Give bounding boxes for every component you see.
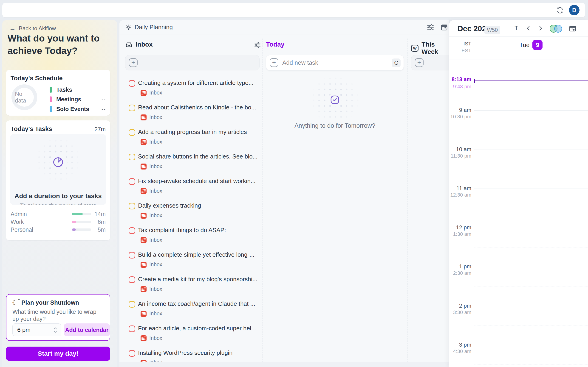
inbox-column-title: Inbox (136, 41, 153, 48)
horizontal-scroll-track[interactable] (120, 362, 449, 367)
hour-line (474, 345, 588, 345)
task-checkbox[interactable] (129, 203, 135, 209)
task-checkbox[interactable] (129, 325, 135, 332)
calendar-layers-icon[interactable] (550, 25, 565, 33)
week-add-task[interactable]: + (411, 55, 449, 70)
stat-bar-track (72, 221, 91, 223)
day-header[interactable]: Tue 9 (474, 40, 588, 50)
task-checkbox[interactable] (129, 301, 135, 308)
task-title: Daily expenses tracking (138, 202, 201, 209)
task-row[interactable]: Creating a system for different article … (125, 78, 259, 102)
task-source-label: Inbox (149, 237, 162, 243)
todoist-icon (141, 115, 147, 120)
start-my-day-button[interactable]: Start my day! (6, 347, 110, 361)
hour-row[interactable]: 12 pm 1:30 am (449, 228, 588, 267)
legend-label: Solo Events (56, 106, 89, 112)
task-source: Inbox (141, 237, 162, 243)
planner-filter-icon[interactable] (426, 23, 434, 31)
w-key-icon: w (411, 45, 418, 52)
today-shortcut-button[interactable]: T (515, 25, 519, 32)
task-row[interactable]: Daily expenses tracking Inbox (125, 201, 259, 225)
stat-row: Work 6m (10, 218, 106, 226)
task-row[interactable]: Create a media kit for my blog's sponsor… (125, 274, 259, 299)
task-checkbox[interactable] (129, 276, 135, 283)
hour-label-secondary: 3:30 am (449, 309, 471, 315)
task-checkbox[interactable] (129, 105, 135, 111)
hour-line (474, 189, 588, 189)
avatar[interactable]: D (569, 5, 579, 15)
hour-row[interactable]: 10 am 11:30 pm (449, 150, 588, 189)
half-hour-line (474, 365, 588, 365)
task-source: Inbox (141, 335, 162, 341)
task-row[interactable]: An income tax coach/agent in Claude that… (125, 299, 259, 323)
task-row[interactable]: Build a complete simple yet effective lo… (125, 250, 259, 274)
back-link[interactable]: ← Back to Akiflow (9, 25, 56, 32)
todoist-icon (141, 262, 147, 268)
task-row[interactable]: Tax complaint things to do ASAP: Inbox (125, 225, 259, 250)
stat-label: Personal (10, 226, 33, 233)
task-title: For each article, a custom-coded super h… (138, 325, 256, 332)
add-icon: + (415, 58, 424, 67)
hour-row[interactable]: 9 am 10:30 pm (449, 110, 588, 150)
chevron-right-icon[interactable] (537, 25, 544, 32)
shutdown-question: What time would you like to wrap up your… (12, 308, 104, 323)
sync-icon[interactable] (556, 6, 564, 14)
planner-calendar-icon[interactable] (440, 23, 448, 31)
add-to-calendar-button[interactable]: Add to calendar (64, 323, 110, 336)
task-title: Read about Calisthenics on Kindle - the … (138, 104, 256, 111)
task-row[interactable]: Read about Calisthenics on Kindle - the … (125, 102, 259, 127)
task-checkbox[interactable] (129, 154, 135, 160)
task-row[interactable]: Social share buttons in the articles. Se… (125, 152, 259, 176)
task-source-label: Inbox (149, 212, 162, 219)
half-hour-line (474, 286, 588, 286)
hour-row[interactable]: 1 pm 2:30 am (449, 267, 588, 306)
add-icon: + (129, 58, 138, 67)
inbox-filter-icon[interactable] (254, 41, 261, 49)
task-checkbox[interactable] (129, 80, 135, 87)
todoist-icon (141, 164, 147, 169)
hour-label-primary: 2 pm (449, 302, 471, 309)
task-row[interactable]: For each article, a custom-coded super h… (125, 323, 259, 348)
task-source-label: Inbox (149, 188, 162, 194)
task-title: Creating a system for different article … (138, 79, 253, 86)
stat-bar-track (72, 228, 91, 231)
chevron-left-icon[interactable] (525, 25, 532, 32)
task-title: Installing WordPress security plugin (138, 349, 233, 357)
task-checkbox[interactable] (129, 252, 135, 259)
task-row[interactable]: Add a reading progress bar in my article… (125, 127, 259, 152)
hour-label-secondary: 2:30 am (449, 270, 471, 276)
add-icon: + (270, 58, 278, 67)
stat-value: 6m (98, 219, 106, 225)
hour-row[interactable]: 3 pm 4:30 am (449, 345, 588, 367)
stat-label: Work (10, 219, 24, 225)
legend-color-pill (50, 87, 52, 93)
inbox-column-header: Inbox (125, 41, 153, 48)
task-checkbox[interactable] (129, 227, 135, 234)
hour-row[interactable]: 2 pm 3:30 am (449, 306, 588, 345)
today-add-task-input[interactable]: + Add new task C (266, 55, 404, 70)
hour-label-primary: 1 pm (449, 263, 471, 270)
hour-line (474, 306, 588, 306)
task-source: Inbox (141, 163, 162, 169)
stat-bar-fill (72, 221, 76, 223)
today-empty-message: Anything to do for Tomorrow? (266, 122, 404, 129)
todays-schedule-card: Today's Schedule No data Tasks -- Meetin… (6, 70, 110, 116)
task-checkbox[interactable] (129, 129, 135, 136)
shutdown-time-select[interactable]: 6 pm (12, 323, 61, 336)
inbox-add-task[interactable]: + (125, 55, 259, 70)
hour-label-primary: 10 am (449, 146, 471, 152)
hour-row[interactable]: 11 am 12:30 am (449, 189, 588, 228)
hour-label-primary: 9 am (449, 107, 471, 113)
current-time-line (474, 81, 588, 81)
today-column-header: Today (266, 41, 284, 48)
todoist-icon (141, 311, 147, 317)
planner-header: Daily Planning (120, 20, 449, 34)
hour-line (474, 150, 588, 150)
task-row[interactable]: Fix sleep-awake schedule and start worki… (125, 176, 259, 201)
calendar-header: Dec 2025 W50 T (449, 20, 588, 37)
hour-label-primary: 3 pm (449, 342, 471, 348)
calendar-settings-icon[interactable] (569, 25, 577, 33)
pie-chart-icon (49, 153, 67, 171)
task-checkbox[interactable] (129, 350, 135, 357)
task-checkbox[interactable] (129, 178, 135, 185)
